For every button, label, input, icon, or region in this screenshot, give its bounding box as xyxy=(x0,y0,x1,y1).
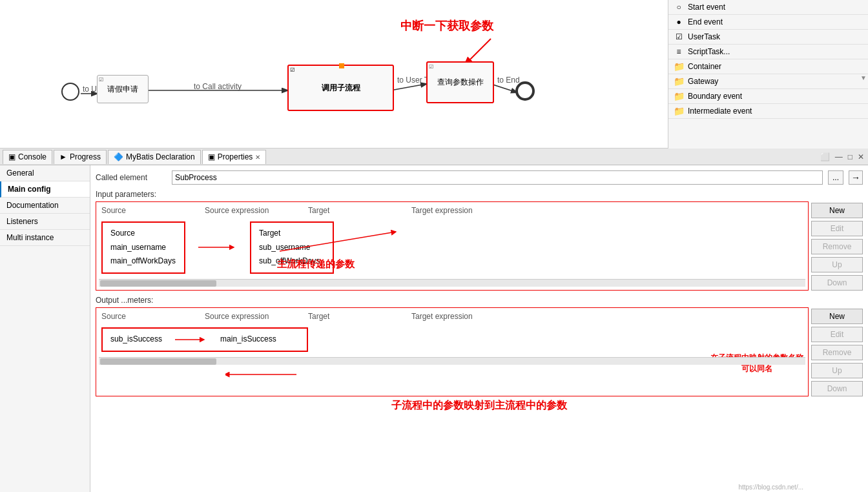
tab-popout-icon[interactable]: ⬜ xyxy=(819,151,831,163)
tab-maximize-icon[interactable]: □ xyxy=(847,151,854,163)
input-params-label: Input parameters: xyxy=(96,190,863,199)
console-icon: ▣ xyxy=(8,152,16,161)
nav-multi-instance[interactable]: Multi instance xyxy=(0,230,90,246)
tab-progress[interactable]: ► Progress xyxy=(54,150,107,164)
diagram-area: to User Task to Call activity to User T … xyxy=(0,0,868,149)
folder-gateway-icon: 📁 xyxy=(674,76,684,87)
input-params-section: Input parameters: Source Source expressi… xyxy=(96,190,863,291)
called-element-input[interactable] xyxy=(172,170,823,185)
palette-label-scripttask: ScriptTask... xyxy=(688,47,730,56)
output-table-headers: Source Source expression Target Target e… xyxy=(99,311,805,322)
start-event-icon: ○ xyxy=(674,2,684,12)
input-new-btn[interactable]: New xyxy=(811,203,863,218)
output-arrow xyxy=(175,334,207,345)
palette-label-gateway: Gateway xyxy=(688,77,718,86)
tab-close-icon[interactable]: ✕ xyxy=(856,151,865,163)
nav-general[interactable]: General xyxy=(0,165,90,181)
input-params-row: Source main_username main_offWorkDays xyxy=(99,219,805,276)
input-table-headers: Source Source expression Target Target e… xyxy=(99,205,805,216)
nav-documentation[interactable]: Documentation xyxy=(0,198,90,214)
output-down-btn[interactable]: Down xyxy=(811,381,863,396)
palette-label-usertask: UserTask xyxy=(688,32,720,41)
source-to-target-arrow xyxy=(198,221,237,254)
called-element-browse-btn[interactable]: ... xyxy=(828,170,843,185)
nav-main-config[interactable]: Main config xyxy=(0,181,90,198)
annotation-top: 中断一下获取参数 xyxy=(400,18,493,34)
nav-listeners[interactable]: Listeners xyxy=(0,214,90,230)
input-col-target: Target xyxy=(308,206,411,215)
palette-item-boundary-event[interactable]: 📁 Boundary event xyxy=(668,89,868,104)
input-remove-btn[interactable]: Remove xyxy=(811,239,863,254)
task2-icon: ☑ xyxy=(429,64,433,70)
tab-minimize-icon[interactable]: — xyxy=(834,151,844,163)
output-new-btn[interactable]: New xyxy=(811,309,863,324)
folder-boundary-icon: 📁 xyxy=(674,91,684,101)
target-row1: sub_username xyxy=(259,241,325,255)
task-query-params[interactable]: ☑ 查询参数操作 xyxy=(426,61,494,103)
tab-properties[interactable]: ▣ Properties ✕ xyxy=(202,150,267,164)
progress-icon: ► xyxy=(59,152,67,161)
output-col-target: Target xyxy=(308,312,411,321)
target-box-header: Target xyxy=(259,227,325,241)
input-edit-btn[interactable]: Edit xyxy=(811,221,863,236)
svg-line-2 xyxy=(391,84,426,90)
palette-label-end-event: End event xyxy=(688,17,723,26)
palette-item-gateway[interactable]: 📁 Gateway xyxy=(668,74,868,89)
palette-item-intermediate-event[interactable]: 📁 Intermediate event xyxy=(668,104,868,119)
svg-line-8 xyxy=(465,39,491,65)
called-element-label: Called element xyxy=(96,173,167,182)
tab-mybatis-label: MyBatis Declaration xyxy=(126,152,195,161)
folder-intermediate-icon: 📁 xyxy=(674,106,684,116)
input-params-container: Source Source expression Target Target e… xyxy=(96,201,809,291)
call-activity-label: 调用子流程 xyxy=(322,83,360,94)
palette-item-usertask[interactable]: ☑ UserTask xyxy=(668,30,868,45)
input-down-btn[interactable]: Down xyxy=(811,275,863,291)
end-event-node[interactable] xyxy=(515,81,535,101)
bottom-area: ▣ Console ► Progress 🔷 MyBatis Declarati… xyxy=(0,149,868,492)
properties-panel: General Main config Documentation Listen… xyxy=(0,165,868,492)
palette-item-end-event[interactable]: ● End event xyxy=(668,15,868,30)
task-icon: ☑ xyxy=(99,77,103,83)
source-row1: main_username xyxy=(110,241,176,255)
input-params-hscroll[interactable] xyxy=(99,279,805,287)
nav-general-label: General xyxy=(6,169,34,178)
target-row2: sub_offWorkDays xyxy=(259,254,325,269)
output-params-section: Output ...meters: Source Source expressi… xyxy=(96,296,863,413)
output-up-btn[interactable]: Up xyxy=(811,363,863,378)
svg-text:to End: to End xyxy=(497,76,520,85)
input-col-source: Source xyxy=(101,206,205,215)
svg-text:to Call activity: to Call activity xyxy=(194,82,242,91)
output-col-target-expr: Target expression xyxy=(411,312,515,321)
nav-multi-instance-label: Multi instance xyxy=(6,233,54,242)
end-event-icon: ● xyxy=(674,17,684,27)
input-up-btn[interactable]: Up xyxy=(811,257,863,272)
properties-close[interactable]: ✕ xyxy=(255,154,260,161)
call-activity-node[interactable]: ☑ 调用子流程 xyxy=(287,65,394,111)
output-params-layout: Source Source expression Target Target e… xyxy=(96,307,863,396)
palette-item-container[interactable]: 📁 Container xyxy=(668,59,868,74)
output-back-arrow xyxy=(225,368,303,383)
task-qingjia[interactable]: ☑ 请假申请 xyxy=(97,75,149,103)
called-element-arrow-btn[interactable]: → xyxy=(849,170,863,185)
output-action-buttons: New Edit Remove Up Down xyxy=(811,307,863,396)
output-params-hscroll[interactable] xyxy=(99,357,805,365)
tab-bar-actions: ⬜ — □ ✕ xyxy=(819,151,865,163)
palette-label-container: Container xyxy=(688,62,721,71)
input-arrow-svg xyxy=(198,241,237,254)
start-event-node[interactable] xyxy=(61,83,79,101)
source-row2: main_offWorkDays xyxy=(110,254,176,269)
output-remove-btn[interactable]: Remove xyxy=(811,345,863,360)
task-query-label: 查询参数操作 xyxy=(437,77,484,88)
palette-item-scripttask[interactable]: ≡ ScriptTask... xyxy=(668,45,868,59)
call-activity-icon: ☑ xyxy=(290,67,294,73)
mybatis-icon: 🔷 xyxy=(114,152,123,161)
output-edit-btn[interactable]: Edit xyxy=(811,327,863,342)
tab-mybatis[interactable]: 🔷 MyBatis Declaration xyxy=(108,150,201,164)
palette-item-start-event[interactable]: ○ Start event xyxy=(668,0,868,15)
called-element-row: Called element ... → xyxy=(96,170,863,185)
output-params-container: Source Source expression Target Target e… xyxy=(96,307,809,396)
nav-main-config-label: Main config xyxy=(8,185,51,194)
nav-documentation-label: Documentation xyxy=(6,201,59,210)
palette-scroll-down[interactable]: ▼ xyxy=(860,74,867,81)
tab-console[interactable]: ▣ Console xyxy=(3,150,52,164)
